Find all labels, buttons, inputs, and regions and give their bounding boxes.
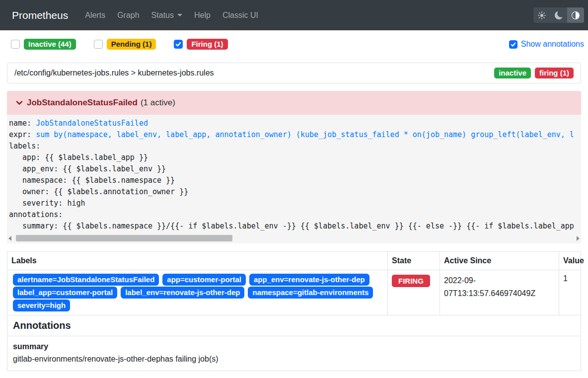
rule-expr-link[interactable]: sum by(namespace, label_env, label_app, … [36, 130, 574, 139]
label-badge-severity[interactable]: severity=high [13, 300, 70, 311]
code-line: app_env: {{ $labels.label_env }} [9, 164, 166, 173]
firing-filter-badge[interactable]: Firing (1) [187, 39, 227, 50]
moon-icon [555, 11, 563, 19]
scroll-right-arrow-icon[interactable] [577, 236, 580, 241]
nav-links: Alerts Graph Status Help Classic UI [79, 11, 264, 20]
alert-active-since-cell: 2022-09-07T13:13:57.646974049Z [440, 270, 559, 315]
light-theme-button[interactable] [533, 7, 550, 23]
table-row: alertname=JobStandaloneStatusFailed app=… [7, 270, 581, 315]
brand-prometheus[interactable]: Prometheus [12, 9, 68, 21]
annotation-value: gitlab-environments/renovate-js-other-de… [13, 353, 575, 366]
column-header-labels: Labels [7, 252, 388, 270]
alert-active-count: (1 active) [141, 98, 175, 108]
navbar: Prometheus Alerts Graph Status Help Clas… [0, 0, 588, 30]
firing-filter-checkbox[interactable] [174, 40, 183, 49]
firing-state-badge: FIRING [392, 275, 430, 287]
rule-name-link[interactable]: JobStandaloneStatusFailed [36, 119, 148, 128]
alert-rule-header[interactable]: JobStandaloneStatusFailed (1 active) [7, 91, 581, 115]
pending-filter-badge[interactable]: Pending (1) [107, 39, 156, 50]
inactive-filter-badge[interactable]: Inactive (44) [24, 39, 76, 50]
rule-yaml: name: JobStandaloneStatusFailed expr: su… [7, 118, 581, 232]
show-annotations-checkbox[interactable] [509, 40, 517, 49]
nav-item-classic-ui[interactable]: Classic UI [217, 11, 264, 20]
annotations-heading-row: Annotations [7, 315, 581, 336]
caret-down-icon [177, 14, 182, 16]
nav-item-alerts[interactable]: Alerts [79, 11, 111, 20]
code-line: expr: sum by(namespace, label_env, label… [9, 130, 574, 139]
auto-theme-button[interactable] [567, 7, 584, 23]
check-icon [175, 41, 181, 47]
inactive-filter-checkbox[interactable] [11, 40, 20, 49]
nav-item-help[interactable]: Help [188, 11, 217, 20]
label-badge-alertname[interactable]: alertname=JobStandaloneStatusFailed [13, 274, 159, 286]
code-line: app: {{ $labels.label_app }} [9, 153, 148, 162]
rule-definition-codeblock: name: JobStandaloneStatusFailed expr: su… [7, 115, 581, 243]
label-badge-app[interactable]: app=customer-portal [162, 274, 246, 286]
sun-icon [538, 11, 546, 19]
pending-filter-checkbox[interactable] [94, 40, 103, 49]
chevron-down-icon [14, 98, 24, 108]
firing-count-badge: firing (1) [535, 68, 574, 78]
code-line: annotations: [9, 210, 63, 219]
code-line: namespace: {{ $labels.namespace }} [9, 176, 175, 185]
inactive-count-badge: inactive [494, 68, 531, 78]
dark-theme-button[interactable] [550, 7, 567, 23]
rule-group-card: /etc/config/kubernetes-jobs.rules > kube… [7, 63, 581, 83]
label-badge-app-env[interactable]: app_env=renovate-js-other-dep [249, 274, 369, 286]
active-alerts-table: Labels State Active Since Value alertnam… [7, 251, 581, 371]
column-header-value: Value [559, 252, 588, 270]
theme-toggle-group [533, 7, 584, 23]
alert-filter-bar: Inactive (44) Pending (1) Firing (1) Sho… [11, 39, 584, 50]
filter-inactive: Inactive (44) [11, 39, 76, 50]
code-line: severity: high [9, 199, 85, 208]
rule-group-badges: inactive firing (1) [494, 68, 574, 78]
label-badge-label-env[interactable]: label_env=renovate-js-other-dep [121, 287, 244, 299]
label-badge-namespace[interactable]: namespace=gitlab-environments [248, 287, 373, 299]
filter-pending: Pending (1) [94, 39, 156, 50]
scrollbar-thumb[interactable] [16, 235, 232, 241]
code-line: name: JobStandaloneStatusFailed [9, 119, 148, 128]
alert-labels-cell: alertname=JobStandaloneStatusFailed app=… [7, 270, 388, 315]
rule-group-title: /etc/config/kubernetes-jobs.rules > kube… [14, 69, 214, 77]
nav-item-status-dropdown[interactable]: Status [146, 11, 188, 20]
label-badge-label-app[interactable]: label_app=customer-portal [13, 287, 117, 299]
nav-item-graph[interactable]: Graph [111, 11, 145, 20]
column-header-state: State [388, 252, 440, 270]
table-header-row: Labels State Active Since Value [7, 252, 581, 270]
alert-state-cell: FIRING [388, 270, 440, 315]
annotations-heading: Annotations [13, 320, 71, 331]
show-annotations-toggle: Show annotations [509, 40, 584, 49]
check-icon [511, 42, 516, 47]
code-line: owner: {{ $labels.annotation_owner }} [9, 187, 188, 196]
horizontal-scrollbar[interactable] [8, 235, 580, 241]
alert-value-cell: 1 [559, 270, 581, 315]
code-line: summary: {{ $labels.namespace }}/{{- if … [9, 222, 574, 230]
annotation-key: summary [13, 340, 575, 353]
filter-firing: Firing (1) [174, 39, 227, 50]
code-line: labels: [9, 142, 40, 151]
show-annotations-label[interactable]: Show annotations [521, 40, 584, 49]
scroll-left-arrow-icon[interactable] [8, 236, 11, 241]
alert-rule-panel: JobStandaloneStatusFailed (1 active) nam… [7, 91, 581, 243]
circle-half-icon [572, 11, 580, 19]
column-header-active-since: Active Since [440, 252, 559, 270]
alert-rule-name: JobStandaloneStatusFailed [27, 98, 138, 108]
annotation-item: summary gitlab-environments/renovate-js-… [7, 336, 581, 371]
